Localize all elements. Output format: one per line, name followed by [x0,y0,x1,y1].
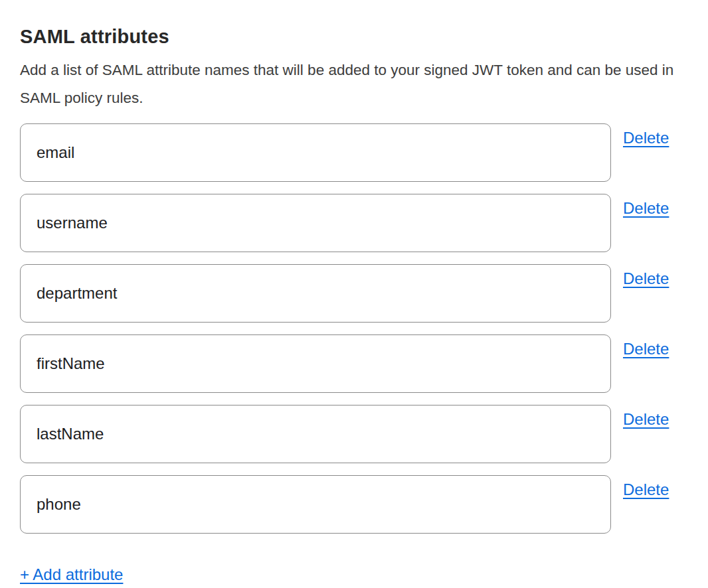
attribute-row: Delete [20,334,688,393]
attribute-name-input[interactable] [20,475,611,534]
delete-attribute-link[interactable]: Delete [623,269,669,288]
attribute-name-input[interactable] [20,194,611,252]
delete-attribute-link[interactable]: Delete [623,199,669,218]
attribute-list: Delete Delete Delete Delete Delete Delet… [20,123,688,534]
section-title: SAML attributes [20,25,688,48]
attribute-row: Delete [20,405,688,463]
attribute-name-input[interactable] [20,405,611,463]
delete-attribute-link[interactable]: Delete [623,129,669,147]
attribute-row: Delete [20,264,688,323]
attribute-row: Delete [20,194,688,252]
attribute-name-input[interactable] [20,334,611,393]
saml-attributes-section: SAML attributes Add a list of SAML attri… [0,0,708,588]
section-description: Add a list of SAML attribute names that … [20,56,677,112]
delete-attribute-link[interactable]: Delete [623,480,669,499]
add-attribute-link[interactable]: + Add attribute [20,565,123,584]
delete-attribute-link[interactable]: Delete [623,340,669,358]
attribute-name-input[interactable] [20,264,611,323]
delete-attribute-link[interactable]: Delete [623,410,669,429]
attribute-row: Delete [20,475,688,534]
attribute-row: Delete [20,123,688,182]
attribute-name-input[interactable] [20,123,611,182]
